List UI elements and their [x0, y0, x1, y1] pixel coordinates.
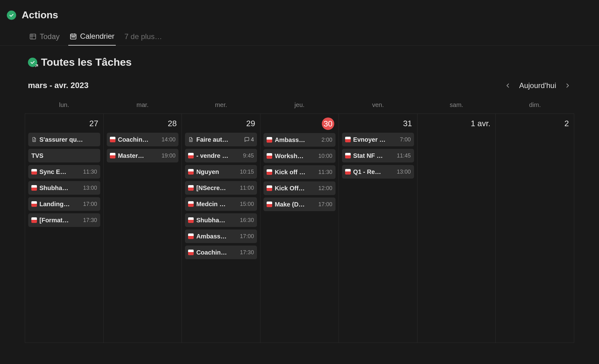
event-time: 11:30	[83, 169, 97, 175]
event-time: 17:30	[83, 217, 97, 224]
event-time: 11:30	[318, 169, 332, 175]
event-title: Coachin…	[196, 249, 237, 256]
event-title: Faire aut…	[196, 136, 241, 143]
calendar-event[interactable]: Kick off …11:30	[263, 165, 336, 179]
calendar-event[interactable]: Coachin…14:00	[107, 133, 179, 146]
calendar-emoji-icon	[110, 137, 115, 142]
dow-header: mer.	[182, 100, 260, 111]
dow-header: mar.	[103, 100, 182, 111]
calendar-event[interactable]: Landing…17:00	[28, 197, 100, 211]
day-cell[interactable]: 28Coachin…14:00Master…19:00	[104, 113, 182, 343]
event-title: Stat NF …	[353, 152, 394, 159]
calendar-emoji-icon	[345, 153, 351, 158]
event-title: Worksh…	[275, 153, 316, 160]
calendar-icon	[70, 33, 77, 40]
calendar-event[interactable]: Faire aut…4	[185, 133, 257, 146]
svg-point-7	[72, 37, 72, 37]
calendar-emoji-icon	[188, 185, 194, 191]
calendar-event[interactable]: Master…19:00	[107, 149, 179, 162]
calendar-event[interactable]: Worksh…10:00	[263, 149, 336, 163]
calendar-event[interactable]: - vendre …9:45	[185, 149, 257, 162]
event-title: Nguyen	[196, 168, 237, 175]
event-title: Coachin…	[118, 136, 159, 143]
event-title: TVS	[31, 152, 97, 159]
event-time: 17:30	[240, 249, 254, 256]
event-title: - vendre …	[196, 152, 241, 159]
event-title: Ambass…	[196, 233, 237, 240]
calendar-event[interactable]: [Format…17:30	[28, 213, 100, 227]
event-time: 12:00	[318, 185, 332, 192]
calendar-event[interactable]: S'assurer qu…	[28, 133, 100, 146]
event-time: 2:00	[322, 137, 332, 143]
check-link-icon	[28, 58, 37, 67]
calendar-event[interactable]: Ambass…2:00	[263, 133, 336, 147]
event-title: [NSecre…	[196, 184, 237, 192]
calendar-emoji-icon	[31, 217, 37, 223]
dow-header: lun.	[25, 100, 103, 111]
calendar-event[interactable]: Evnoyer …7:00	[342, 133, 414, 146]
day-cell[interactable]: 2	[496, 113, 574, 343]
next-button[interactable]	[564, 82, 571, 89]
svg-rect-0	[30, 34, 36, 39]
calendar-event[interactable]: Nguyen10:15	[185, 165, 257, 179]
calendar-emoji-icon	[345, 137, 351, 142]
calendar-event[interactable]: Medcin …15:00	[185, 197, 257, 211]
calendar-event[interactable]: Shubha…16:30	[185, 213, 257, 227]
event-title: Make (D…	[275, 201, 316, 208]
tab-more[interactable]: 7 de plus…	[123, 29, 163, 45]
dow-header: ven.	[339, 100, 417, 111]
svg-point-9	[74, 37, 75, 37]
calendar-event[interactable]: TVS	[28, 149, 100, 162]
event-title: Shubha…	[196, 217, 237, 224]
event-time: 14:00	[161, 136, 175, 143]
calendar-emoji-icon	[31, 201, 37, 207]
event-title: Master…	[118, 152, 159, 159]
calendar-event[interactable]: Coachin…17:30	[185, 246, 257, 259]
calendar-event[interactable]: Stat NF …11:45	[342, 149, 414, 162]
event-time: 17:00	[318, 201, 332, 208]
day-number: 2	[565, 119, 569, 128]
table-icon	[29, 33, 37, 40]
day-cell[interactable]: 1 avr.	[417, 113, 496, 343]
event-time: 13:00	[83, 185, 97, 191]
event-time: 13:00	[397, 169, 411, 175]
event-title: Ambass…	[275, 136, 319, 144]
calendar-event[interactable]: Q1 - Re…13:00	[342, 165, 414, 179]
calendar-event[interactable]: Kick Off…12:00	[263, 181, 336, 195]
calendar-emoji-icon	[188, 153, 194, 158]
day-cell[interactable]: 30Ambass…2:00Worksh…10:00Kick off …11:30…	[260, 113, 339, 343]
calendar-event[interactable]: Make (D…17:00	[263, 198, 336, 211]
calendar-event[interactable]: Shubha…13:00	[28, 181, 100, 195]
check-badge-icon	[7, 11, 16, 20]
event-title: Kick Off…	[275, 185, 316, 192]
event-title: S'assurer qu…	[39, 136, 97, 143]
calendar-emoji-icon	[31, 169, 37, 175]
today-button[interactable]: Aujourd'hui	[519, 81, 556, 90]
day-cell[interactable]: 27S'assurer qu…TVSSync E…11:30Shubha…13:…	[25, 113, 104, 343]
day-cell[interactable]: 31Evnoyer …7:00Stat NF …11:45Q1 - Re…13:…	[339, 113, 417, 343]
document-icon	[31, 136, 37, 143]
day-number: 31	[403, 119, 412, 128]
tab-calendar[interactable]: Calendrier	[68, 29, 116, 46]
dow-header: jeu.	[260, 100, 339, 111]
calendar-emoji-icon	[188, 169, 194, 175]
calendar-emoji-icon	[267, 185, 272, 191]
page-title: Actions	[22, 9, 58, 21]
event-title: Shubha…	[39, 184, 81, 192]
event-title: Kick off …	[275, 169, 316, 176]
event-time: 10:15	[240, 169, 254, 175]
calendar-event[interactable]: [NSecre…11:00	[185, 181, 257, 195]
day-number: 30	[322, 118, 334, 130]
prev-button[interactable]	[504, 82, 511, 89]
calendar-event[interactable]: Ambass…17:00	[185, 229, 257, 243]
event-title: Sync E…	[39, 168, 81, 175]
day-cell[interactable]: 29Faire aut…4- vendre …9:45Nguyen10:15[N…	[182, 113, 260, 343]
tab-today[interactable]: Today	[28, 29, 61, 45]
day-number: 28	[168, 119, 177, 128]
calendar-emoji-icon	[345, 169, 351, 175]
event-title: [Format…	[39, 217, 81, 224]
svg-point-8	[73, 37, 74, 37]
calendar-emoji-icon	[188, 217, 194, 223]
calendar-event[interactable]: Sync E…11:30	[28, 165, 100, 179]
event-time: 10:00	[318, 153, 332, 159]
